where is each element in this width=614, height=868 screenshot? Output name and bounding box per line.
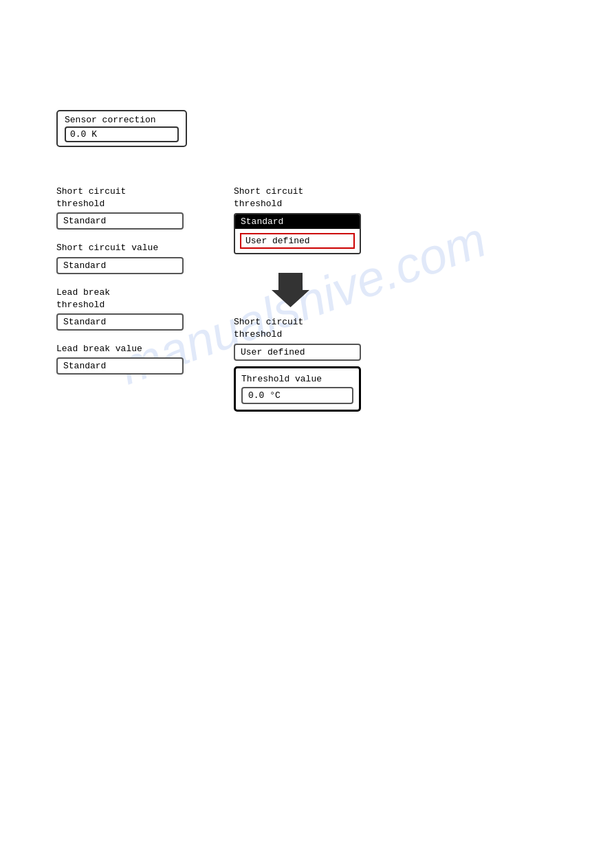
right-panel-bottom: Short circuit threshold User defined Thr… xyxy=(234,316,361,412)
dropdown-container[interactable]: Standard User defined xyxy=(234,213,361,254)
threshold-outer-box: Threshold value 0.0 °C xyxy=(234,366,361,412)
right-panel-top: Short circuit threshold Standard User de… xyxy=(234,186,361,254)
lead-break-threshold-input[interactable]: Standard xyxy=(56,313,184,331)
lead-break-value-group: Lead break value Standard xyxy=(56,343,184,375)
sensor-correction-value[interactable]: 0.0 K xyxy=(65,126,179,142)
lead-break-value-label: Lead break value xyxy=(56,343,184,355)
short-circuit-threshold-group: Short circuit threshold Standard xyxy=(56,186,184,230)
lead-break-value-input[interactable]: Standard xyxy=(56,357,184,375)
short-circuit-value-label: Short circuit value xyxy=(56,242,184,254)
right-bottom-title: Short circuit threshold xyxy=(234,316,361,341)
sensor-correction-title: Sensor correction xyxy=(65,115,179,125)
lead-break-threshold-group: Lead break threshold Standard xyxy=(56,287,184,331)
page-content: manualshive.com Sensor correction 0.0 K … xyxy=(0,0,614,868)
short-circuit-threshold-label: Short circuit threshold xyxy=(56,186,184,210)
dropdown-standard-item[interactable]: Standard xyxy=(235,214,360,229)
sensor-correction-section: Sensor correction 0.0 K xyxy=(56,110,187,147)
right-top-title: Short circuit threshold xyxy=(234,186,361,210)
threshold-value-input[interactable]: 0.0 °C xyxy=(241,387,353,404)
sensor-correction-box: Sensor correction 0.0 K xyxy=(56,110,187,147)
user-defined-input[interactable]: User defined xyxy=(234,344,361,361)
dropdown-user-defined-item[interactable]: User defined xyxy=(240,233,355,249)
lead-break-threshold-label: Lead break threshold xyxy=(56,287,184,311)
arrow-down-indicator xyxy=(272,269,309,310)
short-circuit-threshold-input[interactable]: Standard xyxy=(56,212,184,230)
short-circuit-value-group: Short circuit value Standard xyxy=(56,242,184,274)
left-panel: Short circuit threshold Standard Short c… xyxy=(56,186,184,387)
short-circuit-value-input[interactable]: Standard xyxy=(56,257,184,274)
svg-marker-0 xyxy=(272,273,309,307)
threshold-label: Threshold value xyxy=(241,374,353,384)
